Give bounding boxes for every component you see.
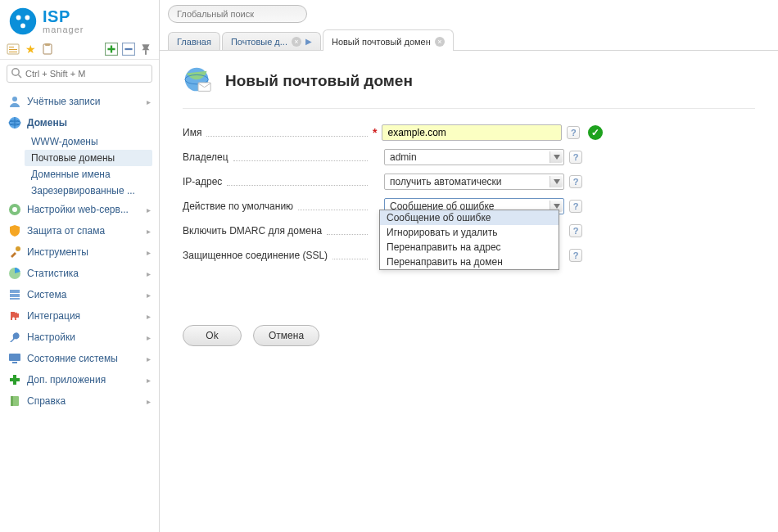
sidebar-search-input[interactable]: [7, 65, 152, 83]
svg-point-3: [20, 24, 25, 29]
nav-reserved[interactable]: Зарезервированные ...: [25, 183, 159, 199]
help-icon[interactable]: ?: [569, 249, 582, 262]
monitor-icon: [8, 352, 21, 365]
global-search[interactable]: Глобальный поиск: [168, 5, 307, 23]
svg-point-2: [25, 16, 30, 20]
owner-select[interactable]: admin: [384, 149, 564, 165]
chevron-right-icon: ▸: [147, 291, 151, 300]
close-icon[interactable]: ×: [435, 37, 445, 47]
label-dmarc: Включить DMARC для домена: [183, 225, 322, 237]
page-header: Новый почтовый домен: [183, 65, 755, 109]
svg-point-0: [10, 8, 36, 34]
required-mark: *: [373, 128, 377, 137]
dropdown-option[interactable]: Сообщение об ошибке: [380, 210, 559, 225]
nav-mail-domains[interactable]: Почтовые домены: [25, 150, 152, 166]
nav-system-state[interactable]: Состояние системы▸: [0, 348, 159, 369]
shield-icon: [8, 224, 21, 237]
logo-icon: [8, 7, 38, 36]
svg-point-15: [12, 97, 17, 101]
row-ip: IP-адрес получить автоматически ?: [183, 169, 755, 194]
logo[interactable]: ISP manager: [8, 7, 151, 36]
row-name: Имя * ?: [183, 120, 755, 145]
tools-icon: [8, 246, 21, 259]
clipboard-icon[interactable]: [41, 43, 54, 56]
logo-text-manager: manager: [43, 25, 84, 34]
collapse-all-icon[interactable]: [122, 43, 135, 56]
svg-line-14: [19, 75, 22, 79]
tab-new-mail-domain[interactable]: Новый почтовый домен ×: [323, 29, 454, 51]
favorites-icon[interactable]: ★: [24, 43, 37, 56]
dropdown-option[interactable]: Перенаправить на домен: [380, 255, 559, 269]
logo-text-isp: ISP: [43, 8, 84, 25]
help-icon[interactable]: ?: [569, 224, 582, 237]
help-icon[interactable]: ?: [569, 151, 582, 164]
nav-label: Интеграция: [27, 310, 80, 322]
valid-check-icon: [588, 125, 603, 140]
nav-antispam[interactable]: Защита от спама▸: [0, 220, 159, 241]
help-icon[interactable]: ?: [569, 200, 582, 213]
nav-system[interactable]: Система▸: [0, 284, 159, 305]
ok-button[interactable]: Ok: [183, 325, 242, 346]
label-owner: Владелец: [183, 151, 228, 163]
tabs: Главная Почтовые д... × ▶ Новый почтовый…: [160, 29, 778, 51]
nav-settings[interactable]: Настройки▸: [0, 327, 159, 348]
dropdown-option[interactable]: Перенаправить на адрес: [380, 240, 559, 255]
search-icon: [11, 67, 22, 79]
svg-rect-5: [9, 47, 14, 47]
nav-label: Инструменты: [27, 246, 88, 258]
nav-tools[interactable]: Инструменты▸: [0, 241, 159, 263]
form-buttons: Ok Отмена: [183, 325, 755, 346]
nav-domains[interactable]: Домены: [0, 112, 159, 133]
cancel-button[interactable]: Отмена: [253, 325, 319, 346]
server-icon: [8, 288, 21, 301]
chevron-right-icon: ▸: [147, 269, 151, 278]
nav-label: Настройки: [27, 331, 75, 343]
chart-icon: [8, 267, 21, 280]
main: Глобальный поиск Главная Почтовые д... ×…: [160, 0, 778, 532]
close-icon[interactable]: ×: [292, 37, 301, 47]
chevron-right-icon: ▸: [147, 97, 151, 106]
nav-addons[interactable]: Доп. приложения▸: [0, 369, 159, 390]
chevron-right-icon: ▸: [147, 376, 151, 385]
svg-rect-26: [12, 362, 17, 363]
nav-label: Доп. приложения: [27, 374, 106, 385]
nav-label: Состояние системы: [27, 353, 118, 364]
ip-select[interactable]: получить автоматически: [384, 174, 564, 190]
globe-icon: [8, 116, 21, 129]
svg-rect-6: [9, 49, 17, 50]
help-icon[interactable]: ?: [567, 126, 580, 139]
pin-icon[interactable]: [139, 43, 152, 56]
chevron-right-icon: ▸: [147, 248, 151, 257]
svg-rect-28: [11, 396, 13, 406]
svg-rect-12: [145, 50, 147, 55]
nav-accounts[interactable]: Учётные записи▸: [0, 91, 159, 112]
help-icon[interactable]: ?: [569, 175, 582, 188]
chevron-down-icon: [550, 151, 563, 163]
svg-point-20: [16, 246, 20, 251]
nav-help[interactable]: Справка▸: [0, 390, 159, 412]
tab-main[interactable]: Главная: [168, 32, 220, 50]
expand-all-icon[interactable]: [105, 43, 118, 56]
nav-statistics[interactable]: Статистика▸: [0, 263, 159, 284]
svg-rect-24: [10, 298, 20, 300]
topbar: Глобальный поиск: [160, 0, 778, 23]
content: Новый почтовый домен Имя * ? Владелец: [160, 51, 778, 361]
chevron-down-icon: [550, 176, 563, 187]
nav-domains-sub: WWW-домены Почтовые домены Доменные имен…: [0, 133, 159, 199]
svg-point-19: [12, 207, 17, 212]
page-title: Новый почтовый домен: [225, 72, 413, 90]
nav-www-domains[interactable]: WWW-домены: [25, 133, 159, 150]
properties-icon[interactable]: [7, 43, 20, 56]
user-icon: [8, 95, 21, 108]
name-input[interactable]: [382, 124, 562, 141]
label-ssl: Защищенное соединение (SSL): [183, 250, 328, 261]
nav-label: Настройки web-серв...: [27, 204, 129, 215]
svg-rect-23: [10, 294, 20, 297]
nav-label: Домены: [27, 117, 67, 128]
dropdown-option[interactable]: Игнорировать и удалить: [380, 225, 559, 240]
nav-domain-names[interactable]: Доменные имена: [25, 166, 159, 183]
nav-web-settings[interactable]: Настройки web-серв...▸: [0, 199, 159, 220]
nav-integration[interactable]: Интеграция▸: [0, 305, 159, 327]
tab-mail-domains[interactable]: Почтовые д... × ▶: [222, 32, 321, 50]
chevron-right-icon: ▸: [147, 397, 151, 406]
